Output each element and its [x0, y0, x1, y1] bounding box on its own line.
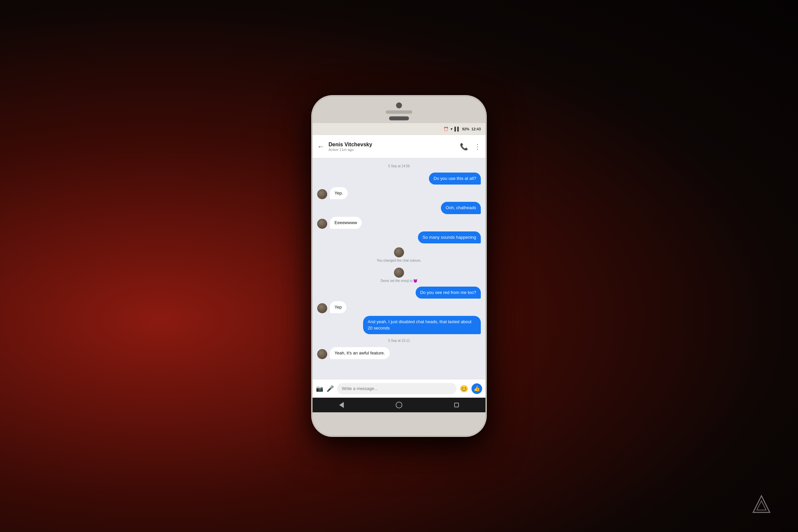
- scene: ⏰ ▾ ▌▌ 92% 12:43 ← Denis Vitchevsky Acti…: [0, 0, 798, 532]
- bubble-recv-1: Yep.: [330, 187, 348, 199]
- avatar-4: [317, 349, 327, 359]
- msg-recv-4: Yeah, it's an awful feature.: [317, 347, 481, 359]
- camera-icon[interactable]: 📷: [316, 385, 323, 392]
- msg-recv-3: Yep: [317, 301, 481, 313]
- avatar-img-3: [317, 303, 327, 313]
- thumb-button[interactable]: 👍: [472, 383, 482, 394]
- verge-watermark: [752, 494, 772, 519]
- status-bar: ⏰ ▾ ▌▌ 92% 12:43: [312, 123, 486, 135]
- date-sep-2: 5 Sep at 15:11: [317, 339, 481, 342]
- bubble-sent-5: And yeah, I just disabled chat heads, th…: [363, 316, 481, 334]
- date-sep-1: 5 Sep at 14:56: [317, 164, 481, 168]
- bubble-sent-2: Ooh, chatheads: [441, 202, 481, 214]
- status-icons: ⏰ ▾ ▌▌ 92% 12:43: [443, 127, 481, 131]
- earpiece: [389, 116, 409, 120]
- back-button[interactable]: ←: [317, 142, 324, 151]
- system-avatar-2: [394, 268, 404, 278]
- nav-home-icon: [396, 402, 402, 408]
- avatar-3: [317, 303, 327, 313]
- speaker-grill: [386, 110, 412, 114]
- msg-sent-4: Do you see red from me too?: [317, 287, 481, 299]
- bubble-recv-4: Yeah, it's an awful feature.: [330, 347, 390, 359]
- system-avatar-img-1: [394, 247, 404, 258]
- verge-logo-svg: [752, 494, 772, 517]
- contact-info: Denis Vitchevsky Active 11m ago: [328, 141, 460, 152]
- thumb-icon: 👍: [474, 385, 480, 392]
- msg-sent-2: Ooh, chatheads: [317, 202, 481, 214]
- nav-recent-button[interactable]: [452, 400, 461, 410]
- message-input[interactable]: [337, 383, 457, 394]
- msg-sent-3: So many sounds happening: [317, 231, 481, 243]
- avatar-img-2: [317, 219, 327, 229]
- nav-back-button[interactable]: [337, 400, 346, 410]
- contact-name: Denis Vitchevsky: [328, 141, 460, 148]
- msg-sent-1: Do you use this at all?: [317, 173, 481, 185]
- bubble-recv-3: Yep: [330, 301, 346, 313]
- msg-recv-1: Yep.: [317, 187, 481, 199]
- avatar-2: [317, 219, 327, 229]
- avatar-img-1: [317, 189, 327, 199]
- input-bar: 📷 🎤 😊 👍: [312, 379, 486, 398]
- header-actions: 📞 ⋮: [460, 142, 481, 151]
- time-text: 12:43: [472, 127, 481, 131]
- mic-icon[interactable]: 🎤: [326, 385, 334, 392]
- bubble-sent-3: So many sounds happening: [418, 231, 481, 243]
- avatar-img-4: [317, 349, 327, 359]
- system-msg-1: You changed the chat colours.: [317, 247, 481, 262]
- android-nav-bar: [312, 398, 486, 412]
- more-icon[interactable]: ⋮: [474, 142, 481, 151]
- camera-dot: [396, 102, 402, 108]
- battery-text: 92%: [462, 127, 470, 131]
- contact-status: Active 11m ago: [328, 148, 460, 152]
- bubble-sent-4: Do you see red from me too?: [416, 287, 481, 299]
- bubble-recv-2: Eeeewwww: [330, 217, 362, 229]
- system-avatar-1: [394, 247, 404, 258]
- avatar-1: [317, 189, 327, 199]
- nav-home-button[interactable]: [394, 400, 404, 410]
- emoji-icon[interactable]: 😊: [460, 385, 468, 393]
- signal-icon: ▌▌: [455, 127, 460, 131]
- msg-recv-2: Eeeewwww: [317, 217, 481, 229]
- phone-device: ⏰ ▾ ▌▌ 92% 12:43 ← Denis Vitchevsky Acti…: [312, 96, 486, 436]
- call-icon[interactable]: 📞: [460, 142, 468, 151]
- nav-recent-icon: [454, 403, 459, 407]
- phone-screen: ⏰ ▾ ▌▌ 92% 12:43 ← Denis Vitchevsky Acti…: [312, 123, 486, 412]
- system-text-2: Denis set the emoji to 😈: [381, 279, 418, 283]
- alarm-icon: ⏰: [443, 127, 449, 131]
- wifi-icon: ▾: [451, 127, 453, 131]
- system-text-1: You changed the chat colours.: [377, 259, 421, 262]
- msg-sent-5: And yeah, I just disabled chat heads, th…: [317, 316, 481, 334]
- chat-area[interactable]: 5 Sep at 14:56 Do you use this at all? Y…: [312, 158, 486, 379]
- system-avatar-img-2: [394, 268, 404, 278]
- phone-top-hardware: [312, 96, 486, 123]
- nav-back-icon: [339, 402, 344, 408]
- app-header: ← Denis Vitchevsky Active 11m ago 📞 ⋮: [312, 135, 486, 158]
- system-msg-2: Denis set the emoji to 😈: [317, 268, 481, 283]
- bubble-sent-1: Do you use this at all?: [429, 173, 481, 185]
- phone-bottom-hardware: [312, 412, 486, 436]
